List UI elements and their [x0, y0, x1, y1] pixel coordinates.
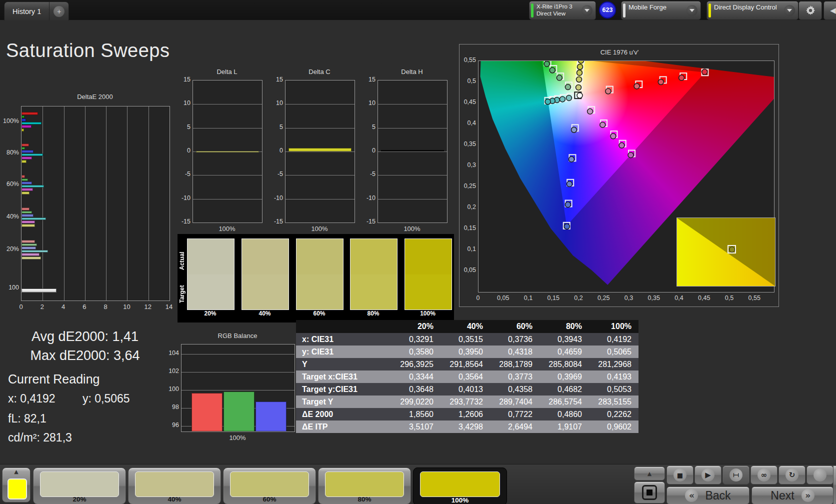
loop-icon: ∞	[758, 468, 770, 482]
edge-scroll-strip[interactable]	[833, 466, 836, 504]
delta-chart-plot	[378, 80, 448, 223]
deltae-bar-magenta	[22, 253, 40, 256]
loop-button[interactable]: ∞	[750, 466, 778, 484]
cie-measured-point	[634, 84, 640, 89]
row-value: 285,8084	[540, 358, 589, 370]
row-value: 299,0220	[391, 396, 440, 408]
patch-label: 20%	[34, 496, 126, 503]
record-icon	[814, 468, 826, 482]
meter-dropdown[interactable]: X-Rite i1Pro 3 Direct View	[529, 1, 596, 20]
record-button[interactable]	[806, 466, 834, 484]
patch-button-60%[interactable]: 60%	[223, 468, 316, 504]
display-control-dropdown[interactable]: Direct Display Control	[706, 1, 798, 20]
collapse-panel-button[interactable]: ◀	[824, 1, 836, 20]
table-header-row: 20%40%60%80%100%	[296, 320, 638, 333]
max-de2000-value: Max dE2000: 3,64	[10, 348, 160, 364]
deltae-x-tick: 10	[120, 303, 134, 310]
deltae-chart-title: DeltaE 2000	[21, 93, 169, 100]
deltae-bar-cyan	[22, 154, 43, 156]
target-swatch	[350, 274, 397, 310]
swatch-40%	[242, 238, 289, 310]
gridline	[193, 175, 262, 176]
cie-measured-point	[560, 96, 565, 102]
target-swatch	[296, 274, 343, 310]
arrow-up-icon: ▲	[2, 468, 30, 475]
settings-button[interactable]	[798, 1, 822, 20]
cie-x-tick: 0,1	[520, 294, 536, 302]
patch-button-40%[interactable]: 40%	[128, 468, 221, 504]
row-value: 0,4860	[540, 408, 589, 420]
rgb-balance-title: RGB Balance	[181, 332, 294, 340]
row-value: 0,3515	[440, 333, 490, 346]
actual-row-label: Actual	[178, 245, 186, 277]
cie-measured-point	[550, 68, 555, 73]
meter-status-stripe	[531, 4, 534, 18]
delta-y-tick: -15	[267, 218, 283, 225]
row-value: 291,8564	[440, 358, 490, 370]
cie-y-tick: 0,1	[460, 246, 476, 252]
row-value: 0,3943	[540, 333, 589, 346]
deltae-x-tick: 2	[35, 303, 49, 310]
cie-y-tick: 0,25	[460, 182, 476, 190]
source-dropdown[interactable]: Mobile Forge	[621, 1, 701, 20]
deltae-bar-red	[22, 240, 35, 243]
expand-controls-button[interactable]: ▲	[634, 466, 665, 480]
pattern-button[interactable]: ⌶	[722, 466, 750, 484]
patch-button-100%[interactable]: 100%	[413, 468, 507, 504]
swatch-label: 80%	[350, 310, 396, 317]
swatch-label: 100%	[404, 310, 451, 317]
patch-button-80%[interactable]: 80%	[318, 468, 411, 504]
delta-y-tick: 0	[174, 147, 190, 154]
play-button[interactable]: ▶	[694, 466, 722, 484]
table-row: Target y:CIE310,36480,40130,43580,46820,…	[296, 383, 638, 396]
delta-chart-title: Delta H	[378, 68, 446, 76]
delta-chart-plot	[285, 80, 355, 223]
table-row: y: CIE310,35800,39500,43180,46590,5065	[296, 346, 638, 358]
next-button[interactable]: Next »	[752, 486, 834, 504]
source-name: Mobile Forge	[628, 4, 666, 11]
patch-label: 100%	[414, 496, 506, 504]
actual-swatch	[405, 239, 452, 274]
deltae-bar-blue	[22, 182, 32, 184]
cie-measured-point	[588, 108, 593, 114]
add-tab-button[interactable]: +	[50, 6, 68, 17]
row-value: 0,7722	[490, 408, 540, 420]
table-header-cell: 20%	[391, 320, 440, 333]
deltae-bar-yellow	[22, 224, 35, 227]
row-value: 3,4298	[440, 420, 490, 433]
deltae-bar-green	[22, 178, 28, 182]
tab-history-1[interactable]: History 1	[4, 8, 49, 16]
cie-zoom-inset	[676, 218, 776, 286]
back-button[interactable]: « Back	[666, 486, 750, 504]
gridline	[286, 175, 354, 176]
cie-x-tick: 0,25	[596, 294, 612, 302]
row-value: 1,9107	[540, 420, 589, 433]
refresh-icon: ↻	[786, 468, 798, 482]
deltae-bar-magenta	[22, 188, 33, 191]
gridline	[286, 104, 354, 104]
delta-y-tick: -15	[360, 218, 376, 225]
deltae-bar-red	[22, 208, 30, 210]
stop-button[interactable]: ■	[666, 466, 694, 484]
cie-measured-point	[577, 70, 582, 76]
deltae-group-label: 40%	[0, 213, 19, 220]
top-tab-bar: History 1 + X-Rite i1Pro 3 Direct View 6…	[0, 0, 836, 20]
row-value: 283,5155	[589, 396, 638, 408]
current-x-value: x: 0,4192	[8, 392, 56, 406]
active-patch-indicator[interactable]: ▲	[2, 468, 30, 502]
delta-value-bar	[196, 151, 259, 152]
table-row: ΔE ITP3,51073,42982,64941,91070,9602	[296, 420, 638, 433]
pattern-window-button[interactable]	[634, 482, 665, 504]
reading-count-badge[interactable]: 623	[599, 2, 616, 18]
cie-y-tick: 0,2	[460, 204, 476, 210]
row-value: 0,3291	[391, 333, 440, 346]
target-swatch	[188, 274, 234, 310]
rgb-y-tick: 100	[163, 386, 179, 392]
current-cdm2-value: cd/m²: 281,3	[8, 431, 72, 444]
cie-measured-point	[658, 80, 664, 85]
cie-measured-point	[545, 99, 550, 104]
patch-button-20%[interactable]: 20%	[33, 468, 126, 504]
swatch-80%	[350, 238, 398, 310]
patch-label: 80%	[318, 496, 410, 503]
refresh-button[interactable]: ↻	[778, 466, 806, 484]
